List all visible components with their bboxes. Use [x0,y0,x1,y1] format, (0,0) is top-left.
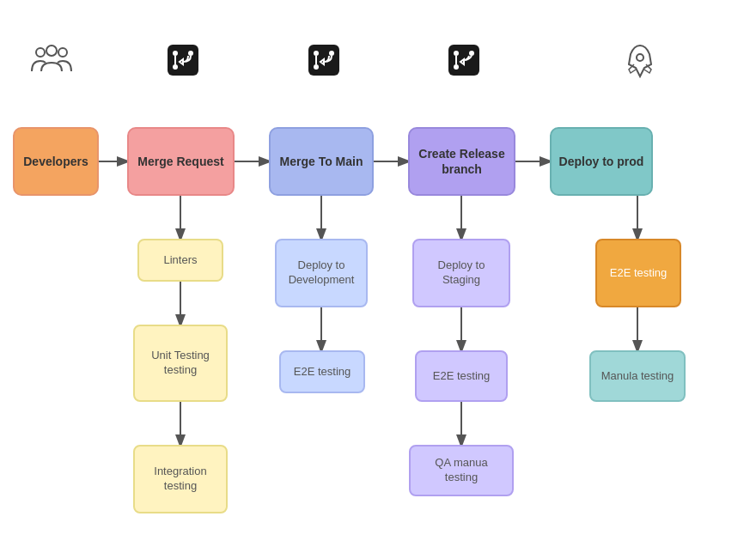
svg-point-14 [36,48,45,57]
merge-request-node: Merge Request [127,127,235,196]
unit-testing-node: Unit Testing testing [133,325,228,402]
create-release-label: Create Release branch [417,146,507,177]
rocket-icon [614,34,666,86]
svg-point-18 [173,51,178,56]
deploy-to-prod-label: Deploy to prod [559,154,644,169]
unit-testing-label: Unit Testing testing [142,349,219,378]
svg-point-24 [329,51,334,56]
deploy-development-label: Deploy to Development [284,258,359,288]
manula-testing-label: Manula testing [601,369,674,384]
deploy-development-node: Deploy to Development [275,239,368,307]
integration-testing-label: Integration testing [142,465,219,494]
e2e-staging-node: E2E testing [415,350,508,402]
e2e-dev-node: E2E testing [279,350,365,393]
merge-to-main-label: Merge To Main [280,154,363,169]
svg-point-16 [58,48,67,57]
git-merge-request-icon [157,34,209,86]
deploy-staging-node: Deploy to Staging [412,239,510,307]
e2e-dev-label: E2E testing [294,365,351,380]
diagram: Developers Merge Request Merge To Main C… [0,0,756,559]
git-merge-to-main-icon [298,34,350,86]
deploy-staging-label: Deploy to Staging [421,258,502,288]
qa-manua-label: QA manua testing [418,456,505,485]
svg-point-28 [469,51,474,56]
svg-point-29 [637,54,643,61]
svg-point-23 [314,64,319,70]
linters-node: Linters [137,239,223,282]
merge-to-main-node: Merge To Main [269,127,374,196]
merge-request-label: Merge Request [137,154,223,169]
integration-testing-node: Integration testing [133,445,228,513]
developers-node: Developers [13,127,99,196]
svg-point-27 [454,64,459,70]
svg-point-15 [46,46,57,56]
e2e-prod-node: E2E testing [595,239,681,307]
e2e-staging-label: E2E testing [433,369,491,384]
linters-label: Linters [163,253,197,268]
developers-icon [26,34,77,86]
svg-point-20 [188,51,193,56]
create-release-node: Create Release branch [408,127,515,196]
qa-manua-node: QA manua testing [409,445,514,496]
manula-testing-node: Manula testing [589,350,686,402]
svg-point-26 [454,51,459,56]
svg-point-22 [314,51,319,56]
developers-label: Developers [23,154,88,169]
svg-point-19 [173,64,178,70]
deploy-to-prod-node: Deploy to prod [550,127,653,196]
e2e-prod-label: E2E testing [610,266,668,281]
git-create-release-icon [438,34,490,86]
